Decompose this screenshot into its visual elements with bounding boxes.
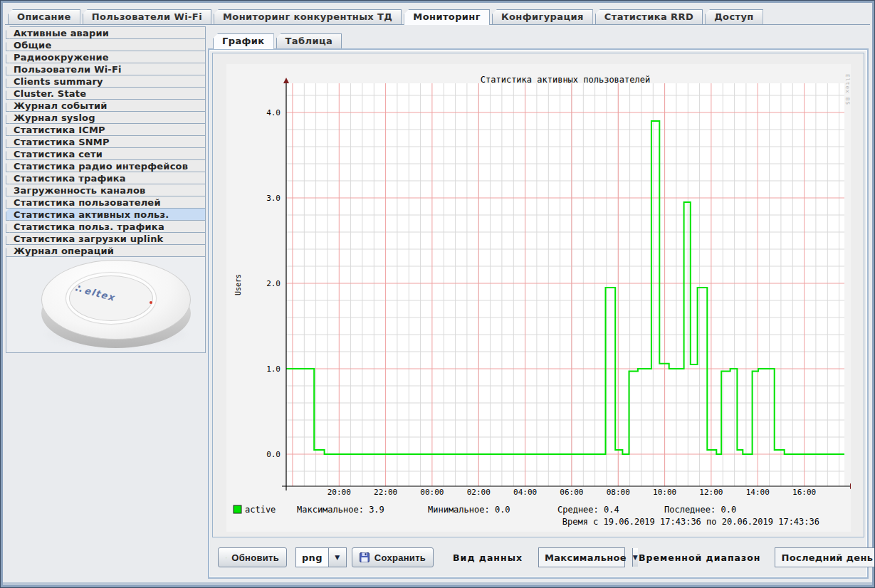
sidebar-item-12[interactable]: Статистика трафика bbox=[6, 172, 206, 184]
data-view-combobox[interactable]: Максимальное ▼ bbox=[538, 547, 625, 567]
chevron-down-icon: ▼ bbox=[335, 554, 340, 561]
x-tick-label: 12:00 bbox=[699, 488, 723, 497]
top-tab-bar: ОписаниеПользователи Wi-FiМониторинг кон… bbox=[5, 9, 870, 25]
inner-tab-1[interactable]: Таблица bbox=[276, 33, 342, 48]
sidebar: Активные аварииОбщиеРадиоокружениеПользо… bbox=[6, 26, 206, 580]
top-tab-0[interactable]: Описание bbox=[8, 9, 80, 24]
legend-time-caption: Время с 19.06.2019 17:43:36 по 20.06.201… bbox=[562, 517, 819, 527]
sidebar-item-10[interactable]: Статистика сети bbox=[6, 147, 206, 160]
sidebar-items: Активные аварииОбщиеРадиоокружениеПользо… bbox=[6, 26, 206, 257]
access-point-image: ∴eltex bbox=[41, 260, 192, 351]
sidebar-item-1[interactable]: Общие bbox=[6, 38, 206, 51]
y-axis-label: Users bbox=[234, 274, 242, 295]
refresh-icon bbox=[226, 552, 226, 563]
y-tick-label: 2.0 bbox=[266, 279, 281, 288]
chart-title: Статистика активных пользователей bbox=[480, 75, 649, 85]
x-tick-label: 10:00 bbox=[653, 488, 676, 497]
chart-panel: Статистика активных пользователейUsers0.… bbox=[212, 53, 864, 537]
sidebar-item-11[interactable]: Статистика радио интерфейсов bbox=[6, 159, 206, 172]
refresh-button-label: Обновить bbox=[231, 552, 279, 563]
top-tab-6[interactable]: Доступ bbox=[705, 9, 763, 24]
format-combobox-arrow[interactable]: ▼ bbox=[328, 548, 346, 567]
top-tab-2[interactable]: Мониторинг конкурентных ТД bbox=[214, 9, 402, 24]
legend-stat-1: Минимальное: 0.0 bbox=[428, 505, 510, 515]
x-tick-label: 00:00 bbox=[420, 488, 444, 497]
data-view-combobox-arrow[interactable]: ▼ bbox=[632, 548, 638, 567]
sidebar-item-17[interactable]: Статистика загрузки uplink bbox=[6, 232, 206, 245]
sidebar-item-2[interactable]: Радиоокружение bbox=[6, 51, 206, 63]
legend-swatch-active bbox=[234, 505, 241, 513]
main-panel: ГрафикТаблица Статистика активных пользо… bbox=[207, 26, 869, 582]
format-combobox-value: png bbox=[296, 548, 328, 567]
legend-stat-3: Последнее: 0.0 bbox=[664, 505, 736, 515]
legend-stat-0: Максимальное: 3.9 bbox=[297, 505, 384, 515]
sidebar-item-7[interactable]: Журнал syslog bbox=[6, 111, 206, 124]
sidebar-item-5[interactable]: Cluster. State bbox=[6, 87, 206, 100]
plot-area bbox=[286, 83, 844, 486]
top-tab-3[interactable]: Мониторинг bbox=[404, 9, 490, 25]
x-axis-arrow-icon bbox=[850, 483, 851, 489]
y-tick-label: 0.0 bbox=[266, 450, 281, 459]
y-tick-label: 1.0 bbox=[266, 364, 281, 374]
x-tick-label: 04:00 bbox=[513, 488, 537, 497]
time-range-combobox[interactable]: Последний день ▼ bbox=[775, 547, 875, 567]
top-tab-1[interactable]: Пользователи Wi-Fi bbox=[83, 9, 211, 24]
x-tick-label: 14:00 bbox=[745, 488, 769, 497]
x-tick-label: 16:00 bbox=[792, 488, 816, 497]
top-tab-4[interactable]: Конфигурация bbox=[492, 9, 593, 24]
sidebar-item-9[interactable]: Статистика SNMP bbox=[6, 135, 206, 148]
y-tick-label: 3.0 bbox=[266, 194, 281, 203]
format-combobox[interactable]: png ▼ bbox=[295, 547, 347, 567]
monitoring-content-panel: Статистика активных пользователейUsers0.… bbox=[208, 48, 869, 579]
x-tick-label: 08:00 bbox=[606, 488, 629, 497]
save-icon bbox=[360, 552, 370, 562]
refresh-button[interactable]: Обновить bbox=[218, 547, 287, 567]
sidebar-item-8[interactable]: Статистика ICMP bbox=[6, 123, 206, 136]
sidebar-item-15[interactable]: Статистика активных польз. bbox=[6, 208, 206, 221]
data-view-label: Вид данных bbox=[453, 552, 523, 563]
inner-tab-bar: ГрафикТаблица bbox=[213, 33, 342, 49]
sidebar-item-3[interactable]: Пользователи Wi-Fi bbox=[6, 63, 206, 75]
rrd-chart: Статистика активных пользователейUsers0.… bbox=[226, 64, 851, 532]
x-tick-label: 02:00 bbox=[466, 488, 490, 497]
data-view-combobox-value: Максимальное bbox=[539, 548, 632, 567]
sidebar-item-13[interactable]: Загруженность каналов bbox=[6, 184, 206, 196]
device-cell: ∴eltex bbox=[6, 256, 206, 353]
sidebar-item-16[interactable]: Статистика польз. трафика bbox=[6, 220, 206, 233]
sidebar-item-14[interactable]: Статистика пользователей bbox=[6, 196, 206, 209]
chart-watermark: Eltex BS bbox=[844, 74, 851, 105]
device-led bbox=[150, 301, 152, 304]
sidebar-item-4[interactable]: Clients summary bbox=[6, 75, 206, 88]
app-window: ОписаниеПользователи Wi-FiМониторинг кон… bbox=[0, 0, 875, 588]
x-tick-label: 22:00 bbox=[374, 488, 397, 497]
legend-series-label: active bbox=[245, 505, 276, 515]
sidebar-item-18[interactable]: Журнал операций bbox=[6, 244, 206, 257]
save-button[interactable]: Сохранить bbox=[352, 547, 434, 567]
x-tick-label: 20:00 bbox=[327, 488, 350, 497]
inner-tab-0[interactable]: График bbox=[213, 33, 274, 49]
time-range-combobox-value: Последний день bbox=[775, 548, 875, 567]
time-range-label: Временной диапазон bbox=[639, 552, 760, 563]
sidebar-item-0[interactable]: Активные аварии bbox=[6, 26, 206, 39]
top-tab-5[interactable]: Статистика RRD bbox=[595, 9, 703, 24]
x-tick-label: 06:00 bbox=[560, 488, 583, 497]
chart-toolbar: Обновить png ▼ Сохранить Вид данных bbox=[212, 541, 864, 574]
save-button-label: Сохранить bbox=[374, 552, 426, 563]
y-tick-label: 4.0 bbox=[266, 108, 281, 117]
chevron-down-icon: ▼ bbox=[633, 554, 638, 561]
legend-stat-2: Среднее: 0.4 bbox=[557, 505, 619, 515]
rrd-chart-image: Статистика активных пользователейUsers0.… bbox=[226, 64, 851, 532]
sidebar-item-6[interactable]: Журнал событий bbox=[6, 99, 206, 112]
